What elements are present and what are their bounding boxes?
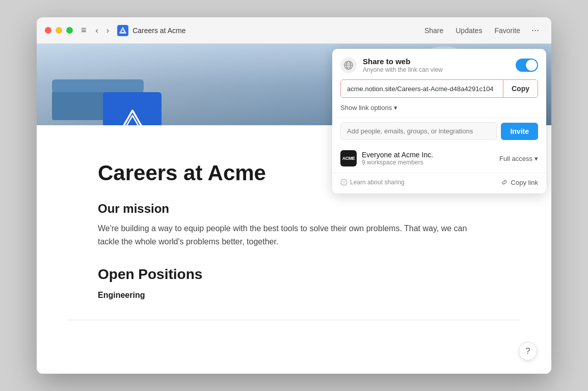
favorite-button[interactable]: Favorite [489, 24, 525, 37]
share-header-text: Share to web Anyone with the link can vi… [363, 57, 510, 73]
copy-link-button[interactable]: Copy link [500, 178, 538, 186]
member-access-button[interactable]: Full access ▾ [499, 155, 538, 162]
chevron-down-icon: ▾ [394, 104, 397, 111]
member-row: ACME Everyone at Acme Inc. 9 workspace m… [332, 146, 546, 171]
titlebar-actions: Share Updates Favorite ··· [419, 22, 543, 38]
page-icon [117, 25, 128, 36]
page-content: Share to web Anyone with the link can vi… [37, 44, 551, 374]
share-toggle[interactable] [516, 59, 538, 72]
share-subtitle: Anyone with the link can view [363, 66, 510, 73]
svg-marker-4 [121, 110, 144, 126]
updates-button[interactable]: Updates [450, 24, 487, 37]
member-info: Everyone at Acme Inc. 9 workspace member… [362, 151, 494, 166]
copy-button[interactable]: Copy [503, 80, 538, 97]
close-button[interactable] [45, 27, 51, 34]
invite-input[interactable] [340, 122, 497, 140]
positions-heading: Open Positions [98, 266, 490, 283]
invite-button[interactable]: Invite [501, 123, 538, 140]
help-button[interactable]: ? [519, 342, 537, 360]
globe-icon [340, 57, 357, 73]
forward-button[interactable]: › [103, 24, 112, 37]
member-count: 9 workspace members [362, 159, 494, 166]
share-button[interactable]: Share [419, 24, 448, 37]
engineering-subheading: Engineering [98, 291, 490, 300]
share-to-web-title: Share to web [363, 57, 510, 66]
maximize-button[interactable] [66, 27, 73, 34]
minimize-button[interactable] [56, 27, 62, 34]
mission-text: We're building a way to equip people wit… [98, 222, 490, 248]
page-title: Careers at Acme [132, 26, 185, 35]
page-title-area: Careers at Acme [117, 25, 185, 36]
copy-link-label: Copy link [511, 179, 538, 186]
learn-sharing-link[interactable]: ? Learn about sharing [340, 179, 405, 186]
share-popup: Share to web Anyone with the link can vi… [332, 49, 546, 193]
member-name: Everyone at Acme Inc. [362, 151, 494, 159]
access-chevron-icon: ▾ [534, 155, 538, 162]
member-access-label: Full access [499, 155, 532, 162]
svg-text:?: ? [342, 180, 345, 185]
content-divider [67, 320, 521, 320]
share-header: Share to web Anyone with the link can vi… [332, 49, 546, 79]
learn-sharing-label: Learn about sharing [350, 179, 405, 186]
app-window: ≡ ‹ › Careers at Acme Share Updates Favo… [37, 17, 551, 374]
share-footer: ? Learn about sharing Copy link [332, 173, 546, 193]
invite-row: Invite [340, 122, 538, 140]
show-link-options-label: Show link options [340, 104, 392, 111]
more-options-button[interactable]: ··· [527, 22, 543, 38]
mission-heading: Our mission [98, 202, 490, 216]
share-divider [332, 118, 546, 118]
titlebar: ≡ ‹ › Careers at Acme Share Updates Favo… [37, 17, 551, 44]
page-logo [103, 92, 162, 125]
traffic-lights [45, 27, 73, 34]
back-button[interactable]: ‹ [93, 24, 101, 37]
member-avatar: ACME [340, 150, 357, 166]
share-link-row: Copy [340, 79, 538, 98]
menu-icon[interactable]: ≡ [81, 25, 87, 36]
nav-buttons: ‹ › [93, 24, 113, 37]
show-link-options-button[interactable]: Show link options ▾ [332, 103, 546, 118]
share-link-input[interactable] [341, 80, 503, 97]
